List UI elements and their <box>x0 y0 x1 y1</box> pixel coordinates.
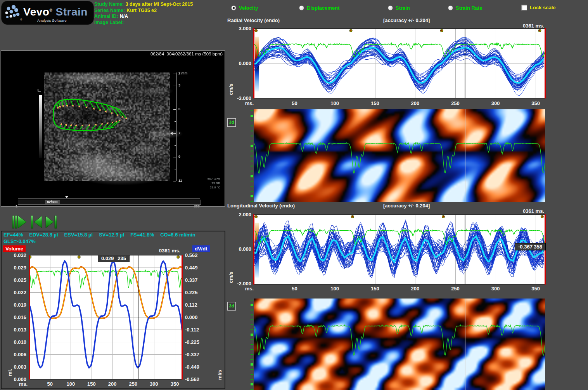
radial-3d-view-button[interactable]: 3d <box>227 118 236 127</box>
study-field-value: 3 days after MI Sept-Oct 2015 <box>125 2 193 7</box>
volume-left-tick-label: 0.019 <box>8 302 26 308</box>
x-axis-tick-label: 350 <box>531 286 540 292</box>
x-axis-tick-label: 300 <box>150 381 158 387</box>
ultrasound-image[interactable] <box>1 50 224 206</box>
volume-left-tick-label: 0.025 <box>8 277 26 283</box>
measurement-value: EDV=28.8 µl <box>29 232 58 238</box>
volume-right-tick-label: 0.225 <box>185 290 198 295</box>
radio-button-icon[interactable] <box>231 5 236 10</box>
measurement-value: FS=41.8% <box>130 232 154 238</box>
y-axis-tick-label: 0.000 <box>227 246 251 252</box>
x-axis-tick-label: 300 <box>491 286 500 292</box>
volume-right-unit-label: ml/s <box>217 370 223 380</box>
x-axis-tick-label: 100 <box>330 286 339 292</box>
vital-readout-line: 73 RR <box>208 181 220 185</box>
measurement-value: EF=44% <box>3 232 23 238</box>
x-axis-tick-label: 250 <box>451 100 460 106</box>
study-field-row: Image Label: <box>94 20 193 26</box>
mode-radio-strain[interactable]: Strain <box>388 5 410 11</box>
study-field-label: Study Name: <box>94 2 124 7</box>
x-axis-tick-label: 350 <box>171 381 179 387</box>
radial-velocity-heatmap[interactable] <box>251 109 545 202</box>
measurement-value: SV=12.9 µl <box>99 232 124 238</box>
focus-depth-icon <box>170 132 173 135</box>
y-axis-tick-label: 0.000 <box>227 60 251 66</box>
volume-left-tick-label: 0.032 <box>8 252 26 258</box>
volume-right-tick-label: 0.337 <box>185 277 198 283</box>
x-axis-tick-label: 150 <box>87 381 96 387</box>
vevo-dots-icon: ® <box>3 3 24 23</box>
y-axis-tick-label: 2.000 <box>227 212 251 217</box>
volume-left-unit-label: ml. <box>7 369 13 376</box>
x-axis-tick-label: 100 <box>66 381 75 387</box>
vital-readout-line: 507 BPM <box>208 177 220 181</box>
volume-left-tick-label: 0.006 <box>8 352 26 357</box>
mode-label: Strain <box>396 5 410 11</box>
frame-slider-max: 300 <box>194 204 200 208</box>
study-field-row: Animal ID:N/A <box>94 14 193 20</box>
depth-tick-label: 3 <box>178 83 180 87</box>
y-axis-tick-label: 3.000 <box>227 26 251 31</box>
volume-left-tick-label: 0.010 <box>8 339 26 345</box>
radial-chart-title: Radial Velocity (endo) <box>227 17 280 23</box>
lock-scale-checkbox-row[interactable]: Lock scale <box>521 5 556 10</box>
measurement-value: ESV=15.8 µl <box>64 232 93 238</box>
study-field-row: Study Name:3 days after MI Sept-Oct 2015 <box>94 2 193 8</box>
x-axis-tick-label: 300 <box>491 100 500 106</box>
step-back-button[interactable] <box>31 216 44 229</box>
x-axis-tick-label: 100 <box>330 100 339 106</box>
tooltip-value: 0.029 <box>101 255 114 261</box>
volume-time-label: 0361 ms. <box>140 248 180 254</box>
vevo-strain-logo: ® Vevo® Strain Analysis Software <box>1 1 94 25</box>
mode-radio-displacement[interactable]: Displacement <box>299 5 340 11</box>
x-axis-tick-label: 200 <box>411 100 420 106</box>
x-axis-tick-label: 250 <box>129 381 137 387</box>
volume-right-tick-label: -0.337 <box>185 352 199 357</box>
tooltip-value: -0.367 <box>518 244 533 250</box>
volume-series-badge: Volume <box>3 245 26 252</box>
mode-label: Velocity <box>239 5 258 11</box>
lock-scale-checkbox[interactable] <box>521 5 527 10</box>
volume-left-tick-label: 0.016 <box>8 314 26 320</box>
volume-left-tick-label: 0.013 <box>8 327 26 333</box>
longitudinal-3d-view-button[interactable]: 3d <box>227 302 236 311</box>
study-field-label: Image Label: <box>94 20 124 25</box>
ultrasound-panel: 062/84 004/0262/361 ms (509 bpm) 2 mm357… <box>1 50 225 207</box>
lock-scale-label: Lock scale <box>530 5 556 10</box>
volume-right-tick-label: 0.000 <box>185 314 198 320</box>
longitudinal-velocity-chart[interactable] <box>253 214 546 285</box>
volume-right-tick-label: 0.112 <box>185 302 197 308</box>
dvdt-series-badge: dV/dt <box>192 245 210 252</box>
volume-right-tick-label: -0.225 <box>185 339 199 345</box>
gls-measurement: GLS=-0.047% <box>3 238 36 244</box>
step-forward-button[interactable] <box>45 216 58 229</box>
mode-radio-strain-rate[interactable]: Strain Rate <box>448 5 483 11</box>
frame-slider-thumb-icon[interactable] <box>65 196 68 198</box>
volume-panel: EF=44%EDV=28.8 µlESV=15.8 µlSV=12.9 µlFS… <box>1 231 225 389</box>
svg-text:®: ® <box>20 18 22 21</box>
longitudinal-time-label: 0361 ms. <box>500 208 544 214</box>
radio-button-icon[interactable] <box>388 5 393 10</box>
vitals-readout: 507 BPM73 RR23.9 °C <box>208 177 220 190</box>
radial-accuracy-label: [accuracy +/- 0.204] <box>383 17 430 23</box>
brand-text: Vevo® Strain <box>23 6 88 18</box>
longitudinal-chart-title: Longitudinal Velocity (endo) <box>227 203 295 209</box>
volume-right-tick-label: -0.562 <box>185 376 199 382</box>
mode-radio-velocity[interactable]: Velocity <box>231 5 258 11</box>
longitudinal-velocity-heatmap[interactable] <box>251 299 545 390</box>
vevo-strain-app: ® Vevo® Strain Analysis Software Study N… <box>0 0 588 390</box>
x-axis-tick-label: 150 <box>371 286 379 292</box>
frame-slider-min: 1 <box>16 204 17 208</box>
radio-button-icon[interactable] <box>299 5 304 10</box>
x-axis-unit-label: ms. <box>245 286 254 292</box>
vital-readout-line: 23.9 °C <box>208 185 220 190</box>
x-axis-unit-label: ms. <box>245 100 254 106</box>
study-field-value: Kurt TG35 e2 <box>126 8 157 13</box>
x-axis-tick-label: 200 <box>411 286 420 292</box>
volume-chart[interactable] <box>29 255 183 380</box>
x-axis-tick-label: 50 <box>47 381 52 387</box>
brand-subtitle: Analysis Software <box>37 18 67 22</box>
radio-button-icon[interactable] <box>448 5 453 10</box>
radial-velocity-chart[interactable] <box>253 28 546 98</box>
play-button[interactable] <box>12 216 27 229</box>
